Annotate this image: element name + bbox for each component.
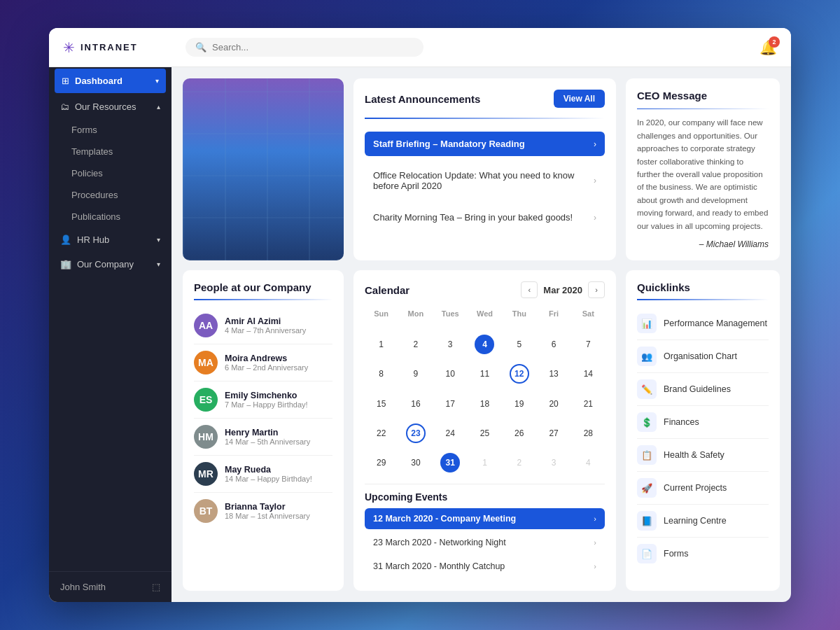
upcoming-events-title: Upcoming Events (365, 491, 605, 503)
calendar-day[interactable]: 23 (406, 424, 426, 443)
logout-icon[interactable]: ⬚ (152, 582, 160, 592)
hr-hub-label: HR Hub (77, 234, 109, 245)
announcements-panel: Latest Announcements View All Staff Brie… (354, 78, 616, 260)
person-row[interactable]: AA Amir Al Azimi 4 Mar – 7th Anniversary (194, 307, 332, 344)
sidebar-item-our-company[interactable]: 🏢 Our Company ▾ (49, 252, 172, 276)
calendar-day[interactable]: 8 (372, 364, 391, 384)
calendar-day[interactable]: 10 (440, 364, 460, 384)
calendar-day[interactable]: 1 (475, 453, 494, 472)
calendar-day[interactable]: 26 (510, 424, 529, 443)
people-list: AA Amir Al Azimi 4 Mar – 7th Anniversary… (194, 307, 332, 529)
sidebar-item-publications[interactable]: Publications (49, 206, 172, 227)
quicklink-item[interactable]: 📊 Performance Management (637, 307, 769, 340)
calendar-day[interactable]: 29 (372, 453, 391, 472)
calendar-day[interactable]: 20 (544, 394, 564, 414)
sidebar-item-policies[interactable]: Policies (49, 162, 172, 184)
calendar-day-header: Tues (434, 307, 467, 329)
calendar-day[interactable]: 15 (372, 394, 391, 414)
sidebar-item-our-resources[interactable]: 🗂 Our Resources ▴ (49, 94, 172, 119)
person-detail: 6 Mar – 2nd Anniversary (225, 363, 332, 372)
calendar-day[interactable]: 14 (578, 364, 598, 384)
our-company-chevron: ▾ (157, 260, 160, 268)
calendar-day[interactable]: 1 (372, 335, 391, 354)
calendar-day[interactable]: 27 (544, 424, 564, 443)
calendar-prev-button[interactable]: ‹ (521, 281, 538, 298)
calendar-day[interactable]: 25 (475, 424, 494, 443)
quicklink-icon: 📘 (637, 511, 657, 531)
people-title: People at our Company (194, 281, 332, 293)
person-name: Amir Al Azimi (225, 316, 332, 326)
calendar-day[interactable]: 17 (440, 394, 460, 414)
calendar-day[interactable]: 24 (440, 424, 460, 443)
event-item[interactable]: 31 March 2020 - Monthly Catchup › (365, 556, 605, 577)
calendar-day[interactable]: 22 (372, 424, 391, 443)
person-row[interactable]: MA Moira Andrews 6 Mar – 2nd Anniversary (194, 344, 332, 382)
calendar-day[interactable]: 4 (578, 453, 598, 472)
calendar-day[interactable]: 19 (510, 394, 529, 414)
quicklink-item[interactable]: 📋 Health & Safety (637, 439, 769, 472)
announcement-item-3[interactable]: Charity Morning Tea – Bring in your bake… (365, 205, 605, 230)
person-row[interactable]: HM Henry Martin 14 Mar – 5th Anniversary (194, 419, 332, 456)
calendar-day[interactable]: 11 (475, 364, 494, 384)
ceo-text: In 2020, our company will face new chall… (637, 116, 769, 232)
calendar-day[interactable]: 31 (440, 453, 460, 472)
person-name: Moira Andrews (225, 354, 332, 363)
announcement-arrow-1: › (594, 139, 596, 149)
hero-image-inner (183, 78, 344, 260)
calendar-day[interactable]: 21 (578, 394, 598, 414)
search-input[interactable] (212, 42, 414, 52)
quicklink-item[interactable]: 📘 Learning Centre (637, 505, 769, 538)
calendar-day[interactable]: 30 (406, 453, 426, 472)
announcement-item-1[interactable]: Staff Briefing – Mandatory Reading › (365, 132, 605, 156)
event-item[interactable]: 12 March 2020 - Company Meeting › (365, 508, 605, 529)
calendar-day[interactable]: 2 (406, 335, 426, 354)
resources-icon: 🗂 (60, 102, 69, 112)
people-panel: People at our Company AA Amir Al Azimi 4… (183, 270, 344, 591)
calendar-day[interactable]: 9 (406, 364, 426, 384)
notification-bell[interactable]: 🔔 2 (760, 39, 777, 56)
quicklink-item[interactable]: 👥 Organisation Chart (637, 340, 769, 373)
calendar-day[interactable]: 28 (578, 424, 598, 443)
avatar: ES (194, 388, 218, 412)
sidebar-item-forms[interactable]: Forms (49, 119, 172, 141)
calendar-day[interactable]: 7 (578, 335, 598, 354)
calendar-day[interactable]: 6 (544, 335, 564, 354)
person-row[interactable]: ES Emily Simchenko 7 Mar – Happy Birthda… (194, 382, 332, 419)
quicklink-item[interactable]: 🚀 Current Projects (637, 472, 769, 505)
topbar: ✳ INTRANET 🔍 🔔 2 (49, 28, 791, 67)
calendar-nav: ‹ Mar 2020 › (521, 281, 605, 298)
calendar-day[interactable]: 12 (510, 364, 529, 384)
calendar-day[interactable]: 2 (510, 453, 529, 472)
events-list: 12 March 2020 - Company Meeting › 23 Mar… (365, 508, 605, 580)
view-all-button[interactable]: View All (554, 90, 605, 108)
quicklink-item[interactable]: ✏️ Brand Guidelines (637, 373, 769, 406)
sidebar-item-dashboard[interactable]: ⊞ Dashboard ▾ (55, 69, 166, 93)
quicklink-label: Brand Guidelines (664, 384, 731, 394)
calendar-day[interactable]: 4 (475, 335, 494, 354)
hero-image (183, 78, 344, 260)
calendar-next-button[interactable]: › (588, 281, 605, 298)
event-arrow: › (594, 538, 596, 547)
sidebar-item-procedures[interactable]: Procedures (49, 184, 172, 206)
calendar-day-header: Sat (572, 307, 605, 329)
calendar-day[interactable]: 5 (510, 335, 529, 354)
calendar-day[interactable]: 18 (475, 394, 494, 414)
avatar: AA (194, 314, 218, 337)
sidebar-item-hr-hub[interactable]: 👤 HR Hub ▾ (49, 227, 172, 252)
calendar-day[interactable]: 13 (544, 364, 564, 384)
calendar-header: Calendar ‹ Mar 2020 › (365, 281, 605, 298)
ceo-panel: CEO Message In 2020, our company will fa… (626, 78, 780, 260)
quicklink-item[interactable]: 💲 Finances (637, 406, 769, 439)
event-item[interactable]: 23 March 2020 - Networking Night › (365, 532, 605, 553)
person-row[interactable]: BT Brianna Taylor 18 Mar – 1st Anniversa… (194, 493, 332, 529)
announcement-item-2[interactable]: Office Relocation Update: What you need … (365, 163, 605, 198)
calendar-day[interactable]: 3 (440, 335, 460, 354)
quicklink-icon: 📄 (637, 544, 657, 564)
person-row[interactable]: MR May Rueda 14 Mar – Happy Birthday! (194, 456, 332, 493)
event-text: 23 March 2020 - Networking Night (373, 538, 506, 547)
person-detail: 14 Mar – Happy Birthday! (225, 475, 332, 483)
calendar-day[interactable]: 3 (544, 453, 564, 472)
sidebar-item-templates[interactable]: Templates (49, 141, 172, 162)
quicklink-item[interactable]: 📄 Forms (637, 538, 769, 570)
calendar-day[interactable]: 16 (406, 394, 426, 414)
